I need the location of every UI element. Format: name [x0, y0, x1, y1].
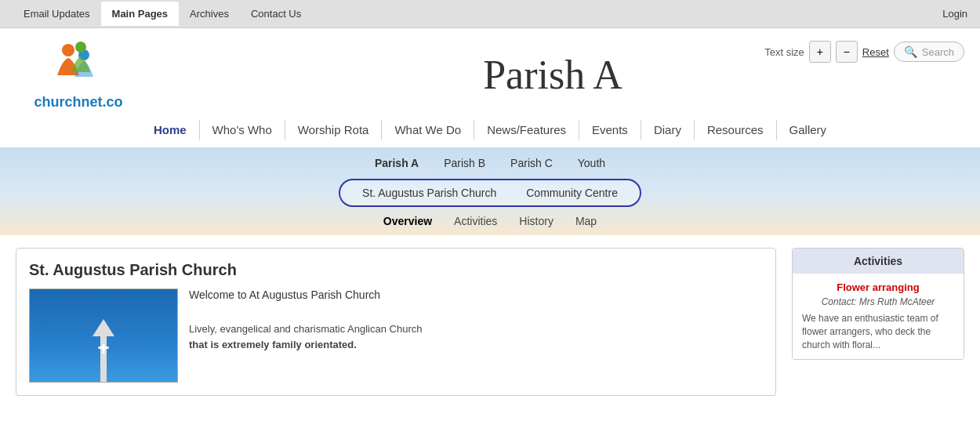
- mainnav-gallery[interactable]: Gallery: [777, 120, 840, 140]
- view-tab-history[interactable]: History: [516, 213, 557, 229]
- login-link[interactable]: Login: [942, 8, 967, 20]
- activities-content: Flower arranging Contact: Mrs Ruth McAte…: [793, 274, 964, 359]
- sidebar: Activities Flower arranging Contact: Mrs…: [792, 248, 964, 396]
- activities-box: Activities Flower arranging Contact: Mrs…: [792, 248, 964, 360]
- svg-point-2: [75, 42, 86, 53]
- mainnav-home[interactable]: Home: [141, 120, 200, 140]
- search-box[interactable]: 🔍 Search: [894, 42, 964, 62]
- parish-tabs: Parish A Parish B Parish C Youth: [0, 155, 980, 171]
- mainnav-whos-who[interactable]: Who's Who: [200, 120, 285, 140]
- text-size-decrease-button[interactable]: −: [836, 41, 858, 63]
- parish-tab-youth[interactable]: Youth: [573, 155, 610, 171]
- location-tabs: St. Augustus Parish Church Community Cen…: [339, 179, 641, 207]
- main-wrapper: churchnet.co Parish A Text size + − Rese…: [0, 28, 980, 421]
- text-size-controls: Text size + − Reset 🔍 Search: [764, 41, 964, 63]
- top-bar: Email Updates Main Pages Archives Contac…: [0, 0, 980, 28]
- sub-nav-band: Parish A Parish B Parish C Youth St. Aug…: [0, 147, 980, 235]
- parish-tab-a[interactable]: Parish A: [370, 155, 423, 171]
- text-size-increase-button[interactable]: +: [809, 41, 831, 63]
- mainnav-worship-rota[interactable]: Worship Rota: [285, 120, 383, 140]
- activities-header: Activities: [793, 249, 964, 274]
- welcome-text: Welcome to At Augustus Parish Church: [189, 289, 763, 301]
- view-tabs: Overview Activities History Map: [0, 213, 980, 229]
- mainnav-diary[interactable]: Diary: [641, 120, 695, 140]
- desc-text: Lively, evangelical and charismatic Angl…: [189, 321, 763, 352]
- main-nav: Home Who's Who Worship Rota What We Do N…: [0, 111, 980, 147]
- location-tabs-wrapper: St. Augustus Parish Church Community Cen…: [0, 179, 980, 207]
- search-icon: 🔍: [904, 45, 917, 58]
- content-image-area: Welcome to At Augustus Parish Church Liv…: [29, 289, 763, 383]
- view-tab-overview[interactable]: Overview: [380, 213, 435, 229]
- content-text: Welcome to At Augustus Parish Church Liv…: [189, 289, 763, 352]
- text-size-reset-button[interactable]: Reset: [862, 46, 889, 58]
- content-area: St. Augustus Parish Church Welcome to At…: [0, 235, 980, 408]
- activity-contact: Contact: Mrs Ruth McAteer: [802, 296, 954, 307]
- mainnav-resources[interactable]: Resources: [695, 120, 777, 140]
- main-content: St. Augustus Parish Church Welcome to At…: [16, 248, 776, 396]
- mainnav-news-features[interactable]: News/Features: [474, 120, 579, 140]
- content-title: St. Augustus Parish Church: [29, 261, 763, 279]
- svg-point-0: [62, 44, 74, 56]
- desc-line1: Lively, evangelical and charismatic Angl…: [189, 323, 422, 335]
- view-tab-activities[interactable]: Activities: [451, 213, 500, 229]
- parish-tab-b[interactable]: Parish B: [439, 155, 490, 171]
- logo-area: churchnet.co: [16, 36, 141, 111]
- activity-title: Flower arranging: [802, 281, 954, 293]
- activity-desc: We have an enthusiastic team of flower a…: [802, 312, 954, 351]
- mainnav-what-we-do[interactable]: What We Do: [382, 120, 474, 140]
- topnav-main-pages[interactable]: Main Pages: [101, 2, 180, 26]
- site-title: Parish A: [483, 52, 622, 98]
- location-tab-community-centre[interactable]: Community Centre: [523, 185, 621, 201]
- location-tab-parish-church[interactable]: St. Augustus Parish Church: [359, 185, 499, 201]
- text-size-label: Text size: [764, 46, 804, 58]
- topnav-archives[interactable]: Archives: [179, 2, 240, 26]
- logo-icon: [51, 36, 106, 91]
- view-tab-map[interactable]: Map: [572, 213, 600, 229]
- topnav-email-updates[interactable]: Email Updates: [13, 2, 101, 26]
- logo-text: churchnet.co: [34, 94, 122, 111]
- church-spire-icon: [100, 335, 107, 382]
- topnav-contact-us[interactable]: Contact Us: [240, 2, 312, 26]
- search-label: Search: [922, 46, 954, 58]
- header: churchnet.co Parish A Text size + − Rese…: [0, 28, 980, 111]
- desc-line2: that is extremely family orientated.: [189, 339, 357, 350]
- parish-tab-c[interactable]: Parish C: [506, 155, 557, 171]
- church-image: [29, 289, 178, 383]
- church-cross-icon: [103, 344, 105, 354]
- top-nav: Email Updates Main Pages Archives Contac…: [13, 2, 942, 26]
- mainnav-events[interactable]: Events: [579, 120, 641, 140]
